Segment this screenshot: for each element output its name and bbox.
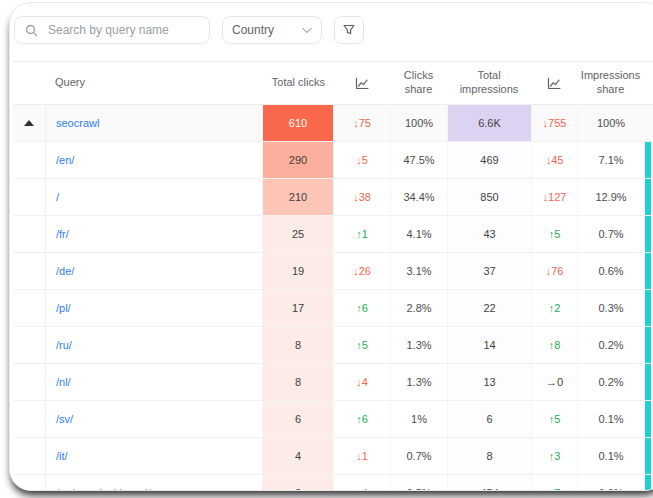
query-link[interactable]: /en/ (56, 154, 74, 166)
total-impressions-cell: 6 (447, 401, 531, 437)
clicks-trend-cell: ↓38 (333, 179, 390, 215)
query-link[interactable]: /fr/ (56, 228, 69, 240)
clicks-share-cell: 4.1% (390, 216, 447, 252)
sliver-bar (645, 253, 651, 289)
query-cell: /ru/ (45, 327, 262, 363)
table-header-row: Query Total clicks Clicks share Total im… (13, 61, 653, 105)
query-cell: /fr/ (45, 216, 262, 252)
total-clicks-cell: 8 (262, 327, 333, 363)
header-impressions-share[interactable]: Impressions share (577, 62, 644, 104)
clicks-share-cell: 2.8% (390, 290, 447, 326)
expander-cell[interactable] (13, 142, 45, 178)
impressions-trend-cell: →0 (531, 364, 577, 400)
impressions-trend-cell: ↓76 (531, 253, 577, 289)
filter-button[interactable] (334, 16, 364, 44)
country-select[interactable]: Country (222, 16, 322, 44)
total-clicks-cell: 25 (262, 216, 333, 252)
next-column-sliver (644, 142, 653, 178)
sliver-bar (645, 142, 651, 178)
toolbar: Country (10, 3, 653, 47)
impressions-trend-cell: ↑3 (531, 438, 577, 474)
query-table-card: Country Query Total clicks (9, 2, 653, 491)
total-clicks-cell: 19 (262, 253, 333, 289)
next-column-sliver (644, 179, 653, 215)
collapse-caret-icon[interactable] (24, 120, 34, 126)
query-link[interactable]: / (56, 191, 59, 203)
header-total-clicks[interactable]: Total clicks (262, 62, 333, 104)
clicks-share-cell: 1% (390, 401, 447, 437)
clicks-trend-cell: ↓1 (333, 438, 390, 474)
expander-cell[interactable] (13, 253, 45, 289)
clicks-trend-cell: ↑1 (333, 216, 390, 252)
table-row: /de/ 19 ↓26 3.1% 37 ↓76 0.6% (13, 253, 653, 290)
table-body: seocrawl 610 ↓75 100% 6.6K ↓755 100% /en… (13, 105, 653, 491)
table-row: / 210 ↓38 34.4% 850 ↓127 12.9% (13, 179, 653, 216)
total-impressions-cell: 8 (447, 438, 531, 474)
country-select-label: Country (232, 23, 274, 37)
impressions-share-cell: 7.1% (577, 142, 644, 178)
impressions-share-cell: 0.2% (577, 364, 644, 400)
next-column-sliver (644, 475, 653, 491)
expander-cell[interactable] (13, 216, 45, 252)
total-impressions-cell: 469 (447, 142, 531, 178)
query-cell: /sv/ (45, 401, 262, 437)
total-clicks-cell: 8 (262, 364, 333, 400)
total-impressions-cell: 37 (447, 253, 531, 289)
search-icon (25, 24, 38, 37)
expander-cell[interactable] (13, 327, 45, 363)
sliver-bar (645, 216, 651, 252)
query-link[interactable]: /pl/ (56, 302, 71, 314)
expander-cell[interactable] (13, 290, 45, 326)
next-column-sliver (644, 401, 653, 437)
clicks-trend-cell: ↓4 (333, 475, 390, 491)
expander-cell[interactable] (13, 401, 45, 437)
clicks-trend-cell: ↓4 (333, 364, 390, 400)
expander-cell[interactable] (13, 364, 45, 400)
clicks-trend-cell: ↑5 (333, 327, 390, 363)
next-column-sliver (644, 327, 653, 363)
total-impressions-cell: 6.6K (447, 105, 531, 141)
impressions-trend-chart-icon[interactable] (531, 62, 577, 104)
header-clicks-share[interactable]: Clicks share (390, 62, 447, 104)
sliver-bar (645, 364, 651, 400)
query-link[interactable]: seocrawl (56, 117, 99, 129)
sliver-bar (645, 401, 651, 437)
total-impressions-cell: 22 (447, 290, 531, 326)
clicks-share-cell: 0.7% (390, 438, 447, 474)
query-link[interactable]: /ru/ (56, 339, 72, 351)
query-cell: /en/ (45, 142, 262, 178)
query-link[interactable]: /it/ (56, 450, 68, 462)
total-clicks-cell: 290 (262, 142, 333, 178)
impressions-trend-cell: ↓45 (531, 142, 577, 178)
query-cell: /pl/ (45, 290, 262, 326)
header-total-impressions[interactable]: Total impressions (447, 62, 531, 104)
query-link[interactable]: /de/ (56, 265, 74, 277)
impressions-trend-cell: ↓127 (531, 179, 577, 215)
query-link[interactable]: /sv/ (56, 413, 73, 425)
total-impressions-cell: 13 (447, 364, 531, 400)
search-input[interactable] (46, 22, 199, 38)
table-row: /en/seo-dashboard/ 3 ↓4 0.5% 454 ↑7 6.9% (13, 475, 653, 491)
clicks-trend-chart-icon[interactable] (333, 62, 390, 104)
funnel-icon (342, 23, 356, 37)
clicks-share-cell: 100% (390, 105, 447, 141)
next-column-sliver (644, 290, 653, 326)
query-link[interactable]: /nl/ (56, 376, 71, 388)
query-link[interactable]: /en/seo-dashboard/ (56, 487, 151, 491)
clicks-share-cell: 1.3% (390, 364, 447, 400)
header-query[interactable]: Query (45, 62, 262, 104)
clicks-share-cell: 3.1% (390, 253, 447, 289)
impressions-share-cell: 0.7% (577, 216, 644, 252)
clicks-share-cell: 47.5% (390, 142, 447, 178)
expander-cell[interactable] (13, 475, 45, 491)
expander-cell[interactable] (13, 105, 45, 141)
total-impressions-cell: 14 (447, 327, 531, 363)
impressions-trend-cell: ↑5 (531, 401, 577, 437)
expander-cell[interactable] (13, 179, 45, 215)
impressions-share-cell: 0.6% (577, 253, 644, 289)
header-extra-spacer (644, 62, 653, 104)
search-box[interactable] (14, 16, 210, 44)
total-clicks-cell: 6 (262, 401, 333, 437)
expander-cell[interactable] (13, 438, 45, 474)
clicks-trend-cell: ↓26 (333, 253, 390, 289)
